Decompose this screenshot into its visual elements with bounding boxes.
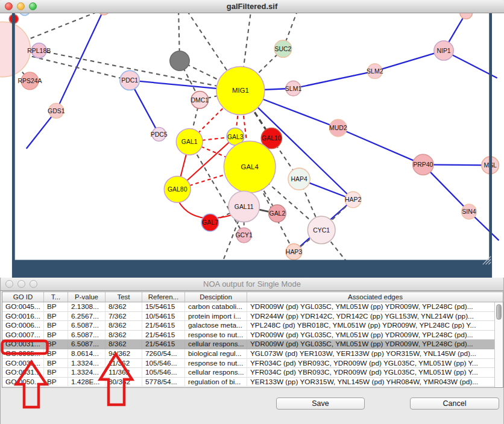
cell: GO:0050... [2, 378, 44, 387]
noa-output-window: NOA output for Single Mode GO IDT...P-va… [0, 278, 504, 424]
cell: regulation of bi... [185, 378, 247, 387]
cell: 21/54615 [142, 340, 185, 349]
node-label-rpl18b: RPL18B [27, 48, 51, 54]
edge [56, 13, 104, 111]
table-row[interactable]: GO:0045...BP2.1308...8/36215/54615carbon… [2, 302, 496, 312]
zoom-button[interactable] [29, 2, 37, 10]
node-label-gal1: GAL1 [181, 139, 198, 145]
cell: YGL073W (pd) YER103W, YER133W (pp) YOR31… [247, 349, 496, 359]
cell: YFR034C (pd) YBR093C, YDR009W (pd) YGL03… [247, 368, 496, 378]
window-title: NOA output for Single Mode [203, 279, 301, 288]
node-label-gal3: GAL3 [227, 134, 244, 140]
save-button[interactable]: Save [276, 398, 365, 410]
cell: 8/362 [106, 321, 142, 331]
cell: YPL248C (pd) YBR018C, YML051W (pp) YDR00… [247, 321, 496, 331]
cell: GO:0065... [2, 349, 44, 359]
node-label-slm2: SLM2 [367, 68, 383, 75]
cell: BP [44, 359, 68, 369]
cell: YDR009W (pd) YGL035C, YML051W (pp) YDR00… [247, 331, 496, 340]
cell: 7/362 [106, 312, 142, 322]
cell: BP [44, 349, 68, 359]
column-header-t-[interactable]: T... [44, 292, 68, 302]
cell: 1.3324... [68, 368, 106, 378]
edge [338, 128, 423, 164]
cell: 1.3324... [68, 359, 106, 369]
cell: 2.1308... [68, 302, 106, 312]
node-clip_blue_tl[interactable] [19, 13, 30, 16]
column-header-test[interactable]: Test [106, 292, 142, 302]
cell: 6.2567... [68, 312, 106, 322]
cell: 6.5087... [68, 331, 106, 340]
node-label-gal7: GAL7 [202, 219, 218, 226]
node-label-nip1: NIP1 [436, 48, 450, 54]
node-label-slm1: SLM1 [285, 86, 302, 92]
table-row[interactable]: GO:0006...BP6.5087...8/36221/54615galact… [2, 321, 496, 331]
cancel-button[interactable]: Cancel [410, 398, 499, 410]
node-label-gal80: GAL80 [168, 186, 187, 193]
window-border [12, 13, 15, 278]
column-header-referen-[interactable]: Referen... [142, 292, 185, 302]
cell: GO:0007... [2, 331, 44, 340]
cell: YDR244W (pp) YDR142C, YDR142C (pp) YGL15… [247, 312, 496, 322]
node-label-gcy1: GCY1 [235, 232, 253, 238]
cell: cellular respons... [185, 368, 247, 378]
close-button[interactable] [5, 280, 13, 288]
minimize-button[interactable] [17, 280, 25, 288]
scrollbar-thumb[interactable] [496, 304, 502, 320]
node-clip_pink_top[interactable] [98, 13, 110, 15]
zoom-button[interactable] [30, 280, 37, 288]
cell: GO:0031... [2, 359, 44, 369]
node-gray1[interactable] [170, 51, 189, 70]
node-label-rps24a: RPS24A [17, 78, 42, 84]
column-header-go-id[interactable]: GO ID [2, 292, 44, 302]
table-row-selected[interactable]: GO:0031...BP6.5087...8/36221/54615cellul… [2, 340, 496, 349]
cell: BP [44, 312, 68, 322]
cell: 21/54615 [142, 321, 185, 331]
cell: 105/546... [142, 368, 185, 378]
node-label-hap2: HAP2 [345, 196, 362, 203]
cell: BP [44, 368, 68, 378]
window-border [489, 13, 492, 278]
cell: BP [44, 321, 68, 331]
column-header-p-value[interactable]: P-value [68, 292, 106, 302]
node-big_left[interactable] [0, 22, 30, 76]
cell: YDR009W (pd) YGL035C, YML051W (pp) YDR00… [247, 302, 496, 312]
table-row[interactable]: GO:0031...BP1.3324...11/362105/546...res… [2, 359, 496, 369]
table-body: GO:0045...BP2.1308...8/36215/54615carbon… [2, 302, 496, 387]
minimize-button[interactable] [17, 2, 25, 10]
node-label-pdc1: PDC1 [121, 77, 138, 84]
cell: GO:0006... [2, 321, 44, 331]
network-canvas[interactable]: RPL18BRPS24AGDS1PDC1DMC1MIG1SUC2SLM1SLM2… [0, 13, 504, 278]
column-header-associated-edges[interactable]: Associated edges [247, 292, 504, 302]
cell: BP [44, 331, 68, 340]
node-label-prp40: PRP40 [413, 161, 433, 168]
node-label-dmc1: DMC1 [191, 97, 209, 104]
node-label-mud2: MUD2 [329, 125, 347, 131]
table-row[interactable]: GO:0065...BP8.0614...94/3627260/54...bio… [2, 349, 496, 359]
cell: GO:0016... [2, 312, 44, 322]
table-row[interactable]: GO:0016...BP6.2567...7/36210/54615protei… [2, 312, 496, 322]
cell: YFR034C (pd) YBR093C, YDR009W (pd) YGL03… [247, 359, 496, 369]
cell: galactose meta... [185, 321, 247, 331]
column-header-desciption[interactable]: Desciption [185, 292, 247, 302]
cell: GO:0031... [2, 368, 44, 378]
cell: 5778/54... [142, 378, 185, 387]
table-row[interactable]: GO:0007...BP6.5087...8/36221/54615respon… [2, 331, 496, 340]
node-label-hap3: HAP3 [286, 249, 303, 255]
cell: 8/362 [106, 302, 142, 312]
network-view[interactable]: RPL18BRPS24AGDS1PDC1DMC1MIG1SUC2SLM1SLM2… [0, 13, 504, 278]
cell: 6.5087... [68, 340, 106, 349]
cell: 8/362 [106, 340, 142, 349]
close-button[interactable] [5, 2, 13, 10]
node-label-cyc1: CYC1 [313, 227, 330, 234]
node-clip_pink_tr[interactable] [460, 13, 473, 19]
cell: 80/362 [106, 378, 142, 387]
node-label-sin4: SIN4 [462, 208, 476, 215]
cell: GO:0031... [2, 340, 44, 349]
table-row[interactable]: GO:0031...BP1.3324...11/362105/546...cel… [2, 368, 496, 378]
vertical-scrollbar[interactable] [494, 302, 503, 387]
table-row[interactable]: GO:0050...BP1.428E...80/3625778/54...reg… [2, 378, 496, 387]
results-table: GO IDT...P-valueTestReferen...Desciption… [2, 292, 503, 388]
network-window-titlebar: galFiltered.sif [0, 0, 504, 13]
cell: cellular respons... [185, 340, 247, 349]
